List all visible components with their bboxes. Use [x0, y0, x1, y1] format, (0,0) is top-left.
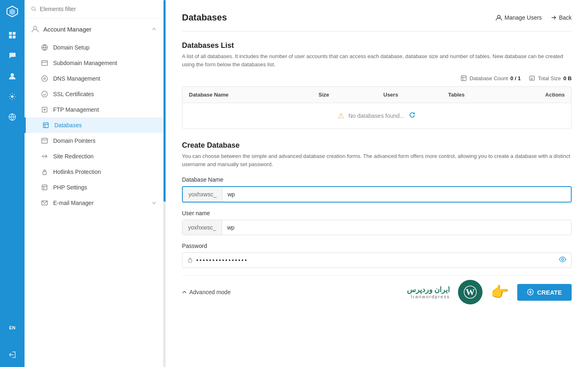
username-group: User name yoxhxwsc_ — [182, 210, 572, 235]
dns-label: DNS Management — [53, 75, 100, 82]
svg-point-13 — [42, 76, 47, 81]
db-name-label: Database Name — [182, 176, 572, 183]
table-body: ⚠ No databases found... — [182, 103, 571, 128]
svg-point-26 — [562, 259, 564, 261]
sidebar-item-ssl[interactable]: SSL Certificates — [25, 86, 163, 102]
databases-list-section: Databases List A list of all databases. … — [182, 41, 572, 129]
col-db-name: Database Name — [182, 87, 312, 103]
domain-setup-icon — [41, 44, 48, 51]
hotlinks-label: Hotlinks Protection — [53, 169, 101, 175]
account-manager-icon — [31, 25, 39, 33]
create-db-desc: You can choose between the simple and ad… — [182, 152, 572, 168]
password-toggle-eye-icon[interactable] — [559, 256, 566, 265]
create-plus-icon — [527, 289, 534, 295]
account-manager-label: Account Manager — [43, 26, 148, 33]
svg-point-9 — [31, 7, 35, 10]
subdomain-label: Subdomain Management — [53, 60, 117, 66]
svg-text:W: W — [466, 287, 475, 297]
search-input[interactable] — [40, 6, 157, 12]
db-count-value: 0 / 1 — [510, 75, 521, 81]
ftp-label: FTP Management — [53, 106, 99, 113]
db-name-input[interactable] — [222, 187, 571, 202]
sidebar-item-domain-setup[interactable]: Domain Setup — [25, 40, 163, 55]
icon-nav: EN — [0, 0, 25, 367]
sidebar-item-databases[interactable]: Databases — [25, 117, 163, 133]
iranwp-latin-text: Iranwordpress — [407, 294, 450, 299]
domain-pointers-label: Domain Pointers — [53, 137, 96, 144]
footer-right: ایران وردپرس Iranwordpress W 👉 — [407, 280, 572, 304]
svg-rect-12 — [42, 61, 47, 65]
hotlinks-icon — [41, 168, 48, 176]
col-actions: Actions — [507, 87, 572, 103]
lock-icon — [187, 257, 193, 264]
globe-nav-icon[interactable] — [4, 109, 20, 125]
settings-nav-icon[interactable] — [4, 88, 20, 105]
no-data-icon: ⚠ — [338, 111, 344, 120]
advanced-mode-chevron-up-icon — [182, 290, 187, 295]
lang-nav-icon[interactable]: EN — [4, 320, 20, 336]
redirection-icon — [41, 153, 48, 160]
db-name-input-wrapper: yoxhxwsc_ — [182, 186, 572, 203]
ssl-label: SSL Certificates — [53, 91, 94, 97]
svg-rect-3 — [13, 32, 16, 35]
create-button-label: CREATE — [537, 289, 562, 296]
ssl-icon — [41, 90, 48, 98]
php-label: PHP Settings — [53, 184, 87, 191]
user-nav-icon[interactable] — [4, 68, 20, 84]
email-chevron-down-icon — [152, 200, 157, 205]
col-users: Users — [377, 87, 442, 103]
account-manager-header[interactable]: Account Manager — [25, 18, 163, 40]
apps-nav-icon[interactable] — [4, 27, 20, 43]
databases-list-title: Databases List — [182, 41, 572, 50]
iranwp-logo: ایران وردپرس Iranwordpress — [407, 285, 450, 299]
total-size-stat: Total Size 0 B — [529, 75, 572, 81]
manage-users-label: Manage Users — [505, 14, 542, 21]
hand-pointing-icon: 👉 — [491, 284, 509, 301]
col-size: Size — [312, 87, 377, 103]
svg-rect-19 — [43, 171, 46, 175]
chat-nav-icon[interactable] — [4, 47, 20, 64]
database-count-icon — [460, 75, 467, 81]
domain-pointers-icon — [41, 137, 48, 144]
total-size-icon — [529, 75, 535, 81]
password-group: Password — [182, 243, 572, 268]
sidebar-item-hotlinks[interactable]: Hotlinks Protection — [25, 164, 163, 180]
sidebar-item-email[interactable]: E-mail Manager — [25, 195, 163, 211]
sidebar-item-dns[interactable]: DNS Management — [25, 71, 163, 86]
sidebar-item-ftp[interactable]: FTP Management — [25, 102, 163, 117]
redirection-label: Site Redirection — [53, 153, 94, 160]
advanced-mode-button[interactable]: Advanced mode — [182, 289, 231, 295]
password-input[interactable] — [196, 253, 559, 268]
username-input-wrapper: yoxhxwsc_ — [182, 220, 572, 235]
svg-point-6 — [11, 73, 14, 77]
sidebar-item-redirection[interactable]: Site Redirection — [25, 149, 163, 164]
sidebar-search-container — [25, 0, 163, 18]
sidebar-item-domain-pointers[interactable]: Domain Pointers — [25, 133, 163, 149]
chevron-up-icon — [152, 27, 157, 32]
main-topbar: Databases Manage Users Back — [182, 12, 572, 23]
create-database-section: Create Database You can choose between t… — [182, 141, 572, 304]
svg-rect-25 — [189, 259, 192, 262]
sidebar-item-php[interactable]: PHP Settings — [25, 180, 163, 195]
databases-icon — [42, 122, 49, 129]
topbar-actions: Manage Users Back — [496, 14, 572, 21]
manage-users-button[interactable]: Manage Users — [496, 14, 542, 21]
total-size-label: Total Size — [538, 75, 561, 81]
no-data-message: No databases found... — [348, 113, 404, 119]
svg-rect-2 — [9, 32, 12, 35]
svg-marker-1 — [9, 9, 15, 15]
wordpress-logo: W — [458, 280, 483, 304]
svg-rect-17 — [43, 123, 48, 128]
subdomain-icon — [41, 59, 48, 67]
advanced-mode-label: Advanced mode — [189, 289, 231, 295]
main-content: Databases Manage Users Back Databases Li… — [166, 0, 588, 367]
refresh-button[interactable] — [408, 111, 416, 120]
back-button[interactable]: Back — [550, 14, 572, 21]
logout-nav-icon[interactable] — [4, 347, 20, 363]
ftp-icon — [41, 106, 48, 113]
username-input[interactable] — [222, 220, 571, 235]
email-icon — [41, 199, 48, 207]
password-label: Password — [182, 243, 572, 249]
sidebar-item-subdomain[interactable]: Subdomain Management — [25, 55, 163, 71]
create-database-button[interactable]: CREATE — [517, 284, 572, 301]
